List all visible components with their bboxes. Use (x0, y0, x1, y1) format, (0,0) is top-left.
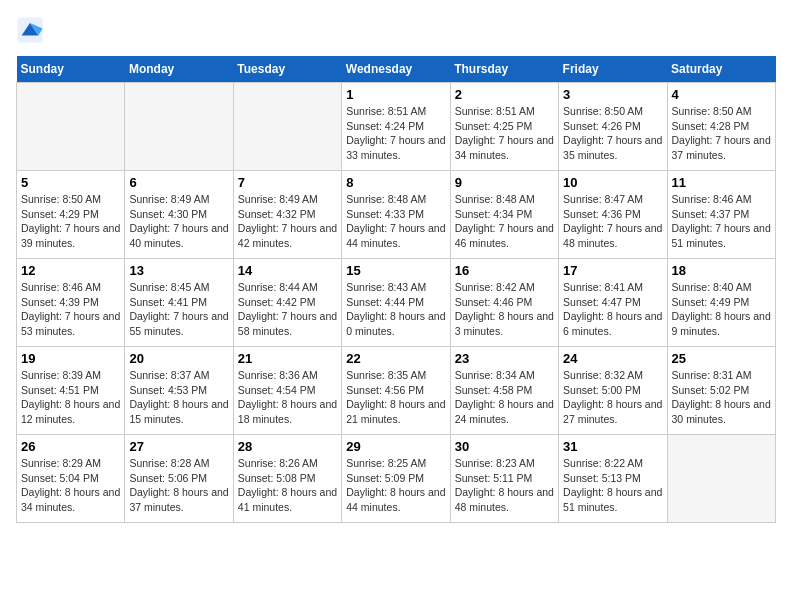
day-cell: 25Sunrise: 8:31 AM Sunset: 5:02 PM Dayli… (667, 347, 775, 435)
day-number: 15 (346, 263, 445, 278)
day-cell: 27Sunrise: 8:28 AM Sunset: 5:06 PM Dayli… (125, 435, 233, 523)
day-cell: 1Sunrise: 8:51 AM Sunset: 4:24 PM Daylig… (342, 83, 450, 171)
day-cell: 14Sunrise: 8:44 AM Sunset: 4:42 PM Dayli… (233, 259, 341, 347)
day-cell: 18Sunrise: 8:40 AM Sunset: 4:49 PM Dayli… (667, 259, 775, 347)
week-row-1: 5Sunrise: 8:50 AM Sunset: 4:29 PM Daylig… (17, 171, 776, 259)
week-row-3: 19Sunrise: 8:39 AM Sunset: 4:51 PM Dayli… (17, 347, 776, 435)
day-detail: Sunrise: 8:49 AM Sunset: 4:32 PM Dayligh… (238, 192, 337, 251)
day-detail: Sunrise: 8:42 AM Sunset: 4:46 PM Dayligh… (455, 280, 554, 339)
day-number: 13 (129, 263, 228, 278)
day-number: 19 (21, 351, 120, 366)
day-number: 18 (672, 263, 771, 278)
day-cell: 17Sunrise: 8:41 AM Sunset: 4:47 PM Dayli… (559, 259, 667, 347)
day-detail: Sunrise: 8:46 AM Sunset: 4:37 PM Dayligh… (672, 192, 771, 251)
day-cell: 2Sunrise: 8:51 AM Sunset: 4:25 PM Daylig… (450, 83, 558, 171)
day-number: 23 (455, 351, 554, 366)
day-cell (17, 83, 125, 171)
day-detail: Sunrise: 8:25 AM Sunset: 5:09 PM Dayligh… (346, 456, 445, 515)
day-cell (233, 83, 341, 171)
day-number: 24 (563, 351, 662, 366)
day-detail: Sunrise: 8:40 AM Sunset: 4:49 PM Dayligh… (672, 280, 771, 339)
day-detail: Sunrise: 8:31 AM Sunset: 5:02 PM Dayligh… (672, 368, 771, 427)
day-detail: Sunrise: 8:35 AM Sunset: 4:56 PM Dayligh… (346, 368, 445, 427)
day-number: 8 (346, 175, 445, 190)
day-detail: Sunrise: 8:26 AM Sunset: 5:08 PM Dayligh… (238, 456, 337, 515)
day-cell: 28Sunrise: 8:26 AM Sunset: 5:08 PM Dayli… (233, 435, 341, 523)
day-cell: 6Sunrise: 8:49 AM Sunset: 4:30 PM Daylig… (125, 171, 233, 259)
day-number: 4 (672, 87, 771, 102)
logo (16, 16, 48, 44)
day-number: 26 (21, 439, 120, 454)
day-cell: 30Sunrise: 8:23 AM Sunset: 5:11 PM Dayli… (450, 435, 558, 523)
day-detail: Sunrise: 8:47 AM Sunset: 4:36 PM Dayligh… (563, 192, 662, 251)
weekday-wednesday: Wednesday (342, 56, 450, 83)
day-detail: Sunrise: 8:34 AM Sunset: 4:58 PM Dayligh… (455, 368, 554, 427)
day-detail: Sunrise: 8:43 AM Sunset: 4:44 PM Dayligh… (346, 280, 445, 339)
day-cell: 4Sunrise: 8:50 AM Sunset: 4:28 PM Daylig… (667, 83, 775, 171)
day-cell (667, 435, 775, 523)
day-number: 27 (129, 439, 228, 454)
day-number: 28 (238, 439, 337, 454)
day-cell: 15Sunrise: 8:43 AM Sunset: 4:44 PM Dayli… (342, 259, 450, 347)
day-cell: 10Sunrise: 8:47 AM Sunset: 4:36 PM Dayli… (559, 171, 667, 259)
day-detail: Sunrise: 8:36 AM Sunset: 4:54 PM Dayligh… (238, 368, 337, 427)
day-detail: Sunrise: 8:29 AM Sunset: 5:04 PM Dayligh… (21, 456, 120, 515)
day-detail: Sunrise: 8:41 AM Sunset: 4:47 PM Dayligh… (563, 280, 662, 339)
day-cell: 7Sunrise: 8:49 AM Sunset: 4:32 PM Daylig… (233, 171, 341, 259)
day-detail: Sunrise: 8:51 AM Sunset: 4:24 PM Dayligh… (346, 104, 445, 163)
calendar-table: SundayMondayTuesdayWednesdayThursdayFrid… (16, 56, 776, 523)
day-number: 17 (563, 263, 662, 278)
day-detail: Sunrise: 8:50 AM Sunset: 4:29 PM Dayligh… (21, 192, 120, 251)
weekday-thursday: Thursday (450, 56, 558, 83)
day-detail: Sunrise: 8:45 AM Sunset: 4:41 PM Dayligh… (129, 280, 228, 339)
day-number: 14 (238, 263, 337, 278)
day-number: 25 (672, 351, 771, 366)
day-number: 12 (21, 263, 120, 278)
day-cell: 29Sunrise: 8:25 AM Sunset: 5:09 PM Dayli… (342, 435, 450, 523)
day-number: 20 (129, 351, 228, 366)
day-cell: 13Sunrise: 8:45 AM Sunset: 4:41 PM Dayli… (125, 259, 233, 347)
week-row-2: 12Sunrise: 8:46 AM Sunset: 4:39 PM Dayli… (17, 259, 776, 347)
day-cell: 12Sunrise: 8:46 AM Sunset: 4:39 PM Dayli… (17, 259, 125, 347)
day-number: 2 (455, 87, 554, 102)
weekday-saturday: Saturday (667, 56, 775, 83)
day-number: 5 (21, 175, 120, 190)
day-detail: Sunrise: 8:23 AM Sunset: 5:11 PM Dayligh… (455, 456, 554, 515)
day-number: 1 (346, 87, 445, 102)
weekday-sunday: Sunday (17, 56, 125, 83)
weekday-friday: Friday (559, 56, 667, 83)
weekday-tuesday: Tuesday (233, 56, 341, 83)
page-header (16, 16, 776, 44)
day-cell: 5Sunrise: 8:50 AM Sunset: 4:29 PM Daylig… (17, 171, 125, 259)
day-number: 31 (563, 439, 662, 454)
day-detail: Sunrise: 8:48 AM Sunset: 4:33 PM Dayligh… (346, 192, 445, 251)
weekday-header-row: SundayMondayTuesdayWednesdayThursdayFrid… (17, 56, 776, 83)
day-cell: 9Sunrise: 8:48 AM Sunset: 4:34 PM Daylig… (450, 171, 558, 259)
day-number: 29 (346, 439, 445, 454)
week-row-4: 26Sunrise: 8:29 AM Sunset: 5:04 PM Dayli… (17, 435, 776, 523)
day-detail: Sunrise: 8:49 AM Sunset: 4:30 PM Dayligh… (129, 192, 228, 251)
day-cell: 24Sunrise: 8:32 AM Sunset: 5:00 PM Dayli… (559, 347, 667, 435)
day-cell (125, 83, 233, 171)
day-detail: Sunrise: 8:46 AM Sunset: 4:39 PM Dayligh… (21, 280, 120, 339)
day-cell: 21Sunrise: 8:36 AM Sunset: 4:54 PM Dayli… (233, 347, 341, 435)
day-detail: Sunrise: 8:48 AM Sunset: 4:34 PM Dayligh… (455, 192, 554, 251)
day-cell: 20Sunrise: 8:37 AM Sunset: 4:53 PM Dayli… (125, 347, 233, 435)
day-detail: Sunrise: 8:44 AM Sunset: 4:42 PM Dayligh… (238, 280, 337, 339)
day-detail: Sunrise: 8:37 AM Sunset: 4:53 PM Dayligh… (129, 368, 228, 427)
day-cell: 11Sunrise: 8:46 AM Sunset: 4:37 PM Dayli… (667, 171, 775, 259)
day-detail: Sunrise: 8:32 AM Sunset: 5:00 PM Dayligh… (563, 368, 662, 427)
day-number: 22 (346, 351, 445, 366)
day-cell: 3Sunrise: 8:50 AM Sunset: 4:26 PM Daylig… (559, 83, 667, 171)
day-detail: Sunrise: 8:28 AM Sunset: 5:06 PM Dayligh… (129, 456, 228, 515)
day-cell: 31Sunrise: 8:22 AM Sunset: 5:13 PM Dayli… (559, 435, 667, 523)
day-cell: 16Sunrise: 8:42 AM Sunset: 4:46 PM Dayli… (450, 259, 558, 347)
week-row-0: 1Sunrise: 8:51 AM Sunset: 4:24 PM Daylig… (17, 83, 776, 171)
day-cell: 26Sunrise: 8:29 AM Sunset: 5:04 PM Dayli… (17, 435, 125, 523)
weekday-monday: Monday (125, 56, 233, 83)
day-number: 21 (238, 351, 337, 366)
day-detail: Sunrise: 8:39 AM Sunset: 4:51 PM Dayligh… (21, 368, 120, 427)
day-cell: 22Sunrise: 8:35 AM Sunset: 4:56 PM Dayli… (342, 347, 450, 435)
logo-icon (16, 16, 44, 44)
day-detail: Sunrise: 8:51 AM Sunset: 4:25 PM Dayligh… (455, 104, 554, 163)
